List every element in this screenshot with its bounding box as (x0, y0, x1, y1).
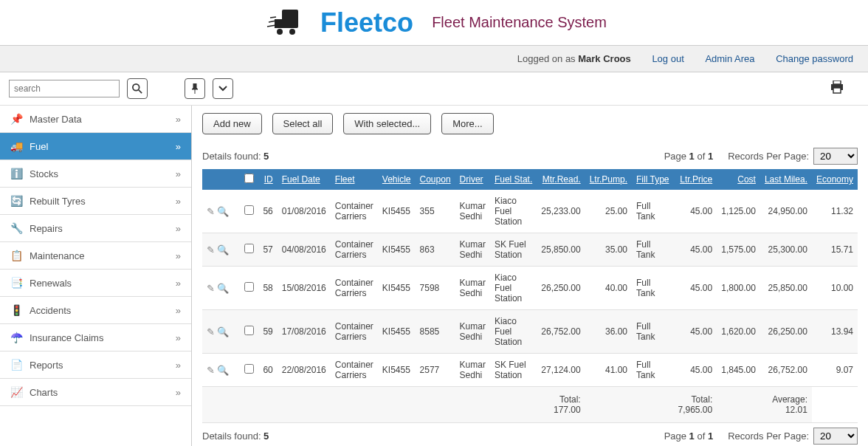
row-checkbox[interactable] (244, 244, 254, 253)
sidebar-item-label: Fuel (30, 141, 176, 152)
admin-area-link[interactable]: Admin Area (705, 53, 754, 64)
cell-last-milea: 26,752.00 (760, 354, 812, 387)
records-per-page-select[interactable]: 20 (813, 148, 858, 165)
with-selected-button[interactable]: With selected... (343, 113, 431, 134)
cell-economy: 13.94 (812, 310, 858, 354)
sidebar-item-label: Repairs (30, 223, 176, 234)
col-ltr-pump[interactable]: Ltr.Pump. (585, 169, 632, 190)
logout-link[interactable]: Log out (652, 53, 683, 64)
cell-cost: 1,620.00 (717, 310, 760, 354)
sidebar-item-label: Accidents (30, 305, 176, 316)
col-fleet[interactable]: Fleet (331, 169, 378, 190)
sidebar-item-renewals[interactable]: 📑Renewals» (0, 270, 191, 297)
col-economy[interactable]: Economy (812, 169, 858, 190)
col-ltr-price[interactable]: Ltr.Price (674, 169, 717, 190)
details-found-count: 5 (264, 151, 269, 162)
cell-fuel-date: 15/08/2016 (278, 267, 331, 310)
col-fuel-date[interactable]: Fuel Date (278, 169, 331, 190)
row-checkbox[interactable] (244, 205, 254, 215)
cell-coupon: 8585 (416, 310, 455, 354)
logged-on-text: Logged on as Mark Croos (517, 53, 634, 64)
sidebar-item-maintenance[interactable]: 📋Maintenance» (0, 242, 191, 270)
edit-icon[interactable]: ✎ (207, 365, 215, 376)
sidebar-item-accidents[interactable]: 🚦Accidents» (0, 297, 191, 324)
info-bar-top: Details found: 5 Page 1 of 1 Records Per… (202, 143, 858, 169)
sidebar-item-label: Renewals (30, 278, 176, 289)
svg-point-2 (277, 29, 283, 35)
sidebar-icon: 📌 (10, 113, 24, 125)
chevron-right-icon: » (176, 114, 181, 125)
col-coupon[interactable]: Coupon (416, 169, 455, 190)
svg-line-5 (139, 90, 142, 93)
more-button[interactable]: More... (441, 113, 493, 134)
cell-coupon: 355 (416, 190, 455, 233)
cell-cost: 1,845.00 (717, 354, 760, 387)
sidebar-icon: 📑 (10, 277, 24, 289)
top-bar: Logged on as Mark Croos Log out Admin Ar… (0, 45, 868, 72)
sidebar-item-charts[interactable]: 📈Charts» (0, 379, 191, 406)
sidebar-icon: ☂️ (10, 332, 24, 343)
change-password-link[interactable]: Change password (776, 53, 853, 64)
cell-economy: 15.71 (812, 233, 858, 267)
cell-fuel-date: 17/08/2016 (278, 310, 331, 354)
col-id[interactable]: ID (258, 169, 277, 190)
col-vehicle[interactable]: Vehicle (378, 169, 416, 190)
search-input[interactable] (9, 80, 120, 97)
col-driver[interactable]: Driver (455, 169, 490, 190)
col-last-milea[interactable]: Last Milea. (760, 169, 812, 190)
view-icon[interactable]: 🔍 (217, 326, 229, 337)
cell-economy: 11.32 (812, 190, 858, 233)
cell-economy: 10.00 (812, 267, 858, 310)
dropdown-button[interactable] (213, 78, 233, 99)
view-icon[interactable]: 🔍 (217, 244, 229, 255)
row-checkbox[interactable] (244, 282, 254, 292)
cell-mtr-read: 27,124.00 (537, 354, 585, 387)
col-fuel-stat[interactable]: Fuel Stat. (490, 169, 537, 190)
col-cost[interactable]: Cost (717, 169, 760, 190)
edit-icon[interactable]: ✎ (207, 244, 215, 255)
cell-last-milea: 26,250.00 (760, 310, 812, 354)
cell-fuel-date: 22/08/2016 (278, 354, 331, 387)
edit-icon[interactable]: ✎ (207, 283, 215, 294)
edit-icon[interactable]: ✎ (207, 326, 215, 337)
sidebar-item-repairs[interactable]: 🔧Repairs» (0, 215, 191, 242)
cell-vehicle: KI5455 (378, 267, 416, 310)
select-all-checkbox[interactable] (244, 174, 254, 183)
edit-icon[interactable]: ✎ (207, 206, 215, 217)
pin-button[interactable] (185, 78, 205, 99)
sidebar-item-insurance-claims[interactable]: ☂️Insurance Claims» (0, 324, 191, 351)
table-row: ✎🔍 59 17/08/2016 Container Carriers KI54… (202, 310, 858, 354)
records-per-page-select-bottom[interactable]: 20 (813, 428, 858, 445)
sidebar-item-reports[interactable]: 📄Reports» (0, 351, 191, 379)
print-button[interactable] (830, 80, 844, 97)
sidebar-item-master-data[interactable]: 📌Master Data» (0, 106, 191, 133)
cell-driver: Kumar Sedhi (455, 267, 490, 310)
cell-fuel-stat: Kiaco Fuel Station (490, 267, 537, 310)
sidebar-item-rebuilt-tyres[interactable]: 🔄Rebuilt Tyres» (0, 188, 191, 215)
row-checkbox[interactable] (244, 364, 254, 374)
col-fill-type[interactable]: Fill Type (632, 169, 673, 190)
select-all-button[interactable]: Select all (272, 113, 334, 134)
add-new-button[interactable]: Add new (202, 113, 262, 134)
main-content: Add new Select all With selected... More… (192, 106, 868, 446)
svg-rect-0 (282, 10, 298, 28)
sidebar-item-stocks[interactable]: ℹ️Stocks» (0, 160, 191, 188)
search-icon (132, 83, 142, 94)
cell-fleet: Container Carriers (331, 354, 378, 387)
view-icon[interactable]: 🔍 (217, 283, 229, 294)
cell-id: 57 (258, 233, 277, 267)
sidebar-icon: 🚚 (10, 140, 24, 152)
search-button[interactable] (127, 78, 148, 99)
cell-driver: Kumar Sedhi (455, 310, 490, 354)
cell-fleet: Container Carriers (331, 310, 378, 354)
action-buttons: Add new Select all With selected... More… (202, 113, 858, 134)
sidebar-icon: 📈 (10, 386, 24, 398)
col-mtr-read[interactable]: Mtr.Read. (537, 169, 585, 190)
view-icon[interactable]: 🔍 (217, 206, 229, 217)
view-icon[interactable]: 🔍 (217, 365, 229, 376)
row-checkbox[interactable] (244, 326, 254, 335)
sidebar-item-fuel[interactable]: 🚚Fuel» (0, 133, 191, 160)
cell-fleet: Container Carriers (331, 190, 378, 233)
chevron-right-icon: » (176, 360, 181, 371)
cell-ltr-pump: 25.00 (585, 190, 632, 233)
